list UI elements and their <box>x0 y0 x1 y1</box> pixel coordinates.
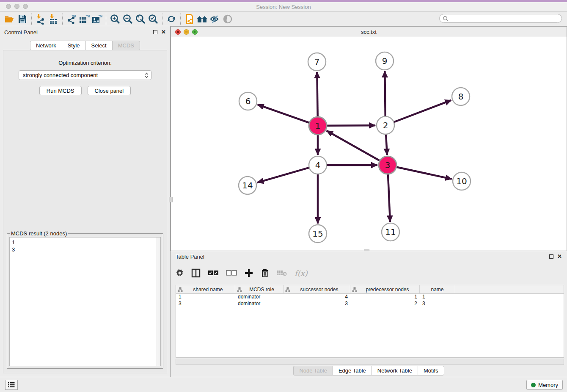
window-accent-stripe <box>0 0 567 2</box>
search-input[interactable] <box>439 14 562 23</box>
node-label-3: 3 <box>385 160 391 170</box>
zoom-selected-icon[interactable] <box>147 13 160 25</box>
node-label-2: 2 <box>383 120 388 130</box>
column-header-successor-nodes[interactable]: successor nodes <box>284 285 350 293</box>
zoom-fit-icon[interactable] <box>134 13 147 25</box>
birds-eye-icon[interactable] <box>221 13 234 25</box>
node-label-14: 14 <box>242 180 253 190</box>
edge-4-14[interactable] <box>257 168 309 183</box>
float-table-panel-icon[interactable] <box>549 254 553 259</box>
mcds-result-text: 1 3 <box>12 239 15 253</box>
main-toolbar <box>0 12 567 26</box>
node-label-6: 6 <box>245 96 251 106</box>
toolbar-separator <box>162 14 162 25</box>
float-panel-icon[interactable] <box>153 30 157 34</box>
mcds-result-textarea[interactable]: 1 3 <box>9 237 161 366</box>
edge-1-6[interactable] <box>258 105 310 123</box>
clone-network-icon[interactable] <box>183 13 196 25</box>
memory-label: Memory <box>538 382 558 388</box>
select-all-icon[interactable] <box>208 270 219 276</box>
graphics-details-icon[interactable] <box>209 13 221 25</box>
edge-1-7[interactable] <box>317 72 317 117</box>
node-label-10: 10 <box>456 176 467 186</box>
table-row[interactable]: 3 dominator 3 2 3 <box>176 301 564 307</box>
list-icon <box>8 382 15 388</box>
add-column-icon[interactable] <box>244 268 253 278</box>
window-titlebar: Session: New Session <box>0 0 567 12</box>
column-header-shared-name[interactable]: shared name <box>176 285 235 293</box>
delete-table-icon <box>276 270 287 276</box>
table-panel: Table Panel ✕ <box>171 251 567 377</box>
table-row[interactable]: 1 dominator 4 1 1 <box>176 294 564 301</box>
node-label-8: 8 <box>458 91 464 102</box>
select-stepper-icon <box>145 72 149 78</box>
node-table[interactable]: shared name MCDS role successor nodes pr… <box>176 285 564 358</box>
toolbar-separator <box>180 14 181 25</box>
tab-edge-table[interactable]: Edge Table <box>333 366 372 375</box>
close-panel-icon[interactable]: ✕ <box>161 30 166 34</box>
network-window-title: scc.txt <box>171 29 567 35</box>
memory-status-icon <box>531 383 536 387</box>
unselect-all-icon[interactable] <box>226 270 237 276</box>
tab-network-table[interactable]: Network Table <box>372 366 418 375</box>
result-scrollbar[interactable] <box>157 237 160 366</box>
tab-motifs[interactable]: Motifs <box>418 366 444 375</box>
close-table-panel-icon[interactable]: ✕ <box>557 254 562 259</box>
first-neighbors-icon[interactable] <box>196 13 209 25</box>
control-panel-tabs: Network Style Select MCDS <box>0 41 170 50</box>
table-horizontal-scrollbar[interactable] <box>176 359 564 365</box>
export-image-icon[interactable] <box>91 13 103 25</box>
hierarchy-icon <box>178 287 183 292</box>
toolbar-separator <box>106 14 106 25</box>
edge-2-8[interactable] <box>394 100 451 122</box>
edge-3-1[interactable] <box>327 131 380 161</box>
mcds-result-title: MCDS result (2 nodes) <box>10 230 68 237</box>
memory-button[interactable]: Memory <box>526 380 563 390</box>
gear-icon[interactable] <box>176 269 184 277</box>
column-header-mcds-role[interactable]: MCDS role <box>235 285 284 293</box>
edge-2-3[interactable] <box>386 134 387 155</box>
vertical-splitter-grip[interactable] <box>169 197 173 202</box>
export-table-icon[interactable] <box>78 13 91 25</box>
run-mcds-button[interactable]: Run MCDS <box>39 86 82 95</box>
zoom-in-icon[interactable] <box>109 13 121 25</box>
apply-layout-icon[interactable] <box>165 13 178 25</box>
edge-1-2[interactable] <box>327 125 375 126</box>
tab-select[interactable]: Select <box>85 41 112 50</box>
node-label-1: 1 <box>315 121 321 131</box>
export-network-icon[interactable] <box>65 13 78 25</box>
tab-node-table[interactable]: Node Table <box>293 366 333 375</box>
tab-mcds[interactable]: MCDS <box>112 41 140 50</box>
zoom-out-icon[interactable] <box>121 13 134 25</box>
delete-column-icon[interactable] <box>261 268 269 278</box>
import-network-icon[interactable] <box>34 13 47 25</box>
open-file-icon[interactable] <box>3 13 16 25</box>
edge-2-9[interactable] <box>385 71 385 116</box>
hierarchy-icon <box>237 287 242 292</box>
table-toolbar: f(x) <box>176 265 308 282</box>
tab-style[interactable]: Style <box>62 41 85 50</box>
node-label-9: 9 <box>382 56 388 66</box>
optimization-criterion-select[interactable]: strongly connected component <box>19 70 151 80</box>
edge-3-11[interactable] <box>388 174 390 222</box>
optimization-criterion-label: Optimization criterion: <box>3 60 167 66</box>
node-label-11: 11 <box>385 227 396 237</box>
save-session-icon[interactable] <box>16 13 29 25</box>
task-history-button[interactable] <box>5 380 18 390</box>
tab-network[interactable]: Network <box>30 41 62 50</box>
column-header-name[interactable]: name <box>420 285 455 293</box>
hierarchy-icon <box>352 287 357 292</box>
network-view-window: scc.txt 7968124314101511 <box>171 26 567 251</box>
window-title: Session: New Session <box>0 4 567 10</box>
table-tabs: Node Table Edge Table Network Table Moti… <box>171 366 567 375</box>
column-split-icon[interactable] <box>191 268 201 278</box>
mcds-panel: Optimization criterion: strongly connect… <box>3 50 167 373</box>
mcds-result-group: MCDS result (2 nodes) 1 3 <box>7 233 163 369</box>
close-panel-button[interactable]: Close panel <box>88 86 131 95</box>
status-bar: Memory <box>0 377 567 392</box>
control-panel: Control Panel ✕ Network Style Select MCD… <box>0 26 171 377</box>
edge-3-10[interactable] <box>396 167 452 179</box>
import-table-icon[interactable] <box>47 13 60 25</box>
network-canvas[interactable]: 7968124314101511 <box>171 37 567 251</box>
column-header-predecessor-nodes[interactable]: predecessor nodes <box>350 285 420 293</box>
